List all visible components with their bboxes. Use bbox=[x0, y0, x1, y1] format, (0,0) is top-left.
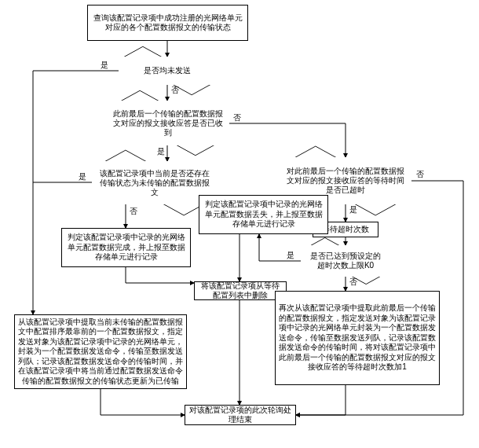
label-yes: 是 bbox=[79, 171, 86, 182]
decision-all-unsent-text: 是否均未发送 bbox=[137, 66, 197, 75]
label-yes: 是 bbox=[101, 60, 108, 71]
node-end: 对该配置记录项的此次轮询处理结束 bbox=[185, 405, 296, 425]
node-wait-count-text: 等待超时次数 bbox=[322, 225, 369, 235]
label-yes: 是 bbox=[157, 146, 165, 157]
node-extract-left: 从该配置记录项中提取当前未传输的配置数据报文中配置排序最靠前的一个配置数据报文，… bbox=[14, 314, 187, 389]
node-remove: 将该配置记录项从等待配置列表中删除 bbox=[194, 281, 287, 300]
node-lost: 判定该配置记录项中记录的光网络单元配置数据丢失，并上报至数据存储单元进行记录 bbox=[199, 195, 328, 234]
node-lost-text: 判定该配置记录项中记录的光网络单元配置数据丢失，并上报至数据存储单元进行记录 bbox=[203, 200, 324, 230]
label-yes: 是 bbox=[349, 204, 357, 215]
label-yes: 是 bbox=[287, 250, 294, 261]
label-no: 否 bbox=[416, 169, 424, 180]
node-start: 查询该配置记录项中成功注册的光网络单元对应的各个配置数据报文的传输状态 bbox=[87, 5, 248, 41]
node-extract-right-text: 再次从该配置记录项中提取此前最后一个传输的配置数据报文，指定发送对象为该配置记录… bbox=[279, 303, 436, 373]
label-no: 否 bbox=[171, 85, 179, 96]
label-no: 否 bbox=[130, 206, 137, 217]
label-no: 否 bbox=[349, 277, 357, 288]
decision-ack-received-text: 此前最后一个传输的配置数据报文对应的报文接收应答是否已收到 bbox=[106, 109, 229, 138]
decision-timeout-text: 对此前最后一个传输的配置数据报文对应的报文接收应答的等待时间是否已超时 bbox=[280, 167, 411, 195]
decision-reach-k0-text: 是否已达到预设定的超时次数上限K0 bbox=[301, 252, 390, 270]
label-no: 否 bbox=[233, 112, 241, 123]
node-start-text: 查询该配置记录项中成功注册的光网络单元对应的各个配置数据报文的传输状态 bbox=[91, 13, 244, 33]
node-extract-right: 再次从该配置记录项中提取此前最后一个传输的配置数据报文，指定发送对象为该配置记录… bbox=[275, 291, 440, 385]
decision-reach-k0: 是否已达到预设定的超时次数上限K0 bbox=[301, 245, 390, 277]
decision-pending-exists-text: 该配置记录项中当前是否还存在传输状态为未传输的配置数据报文 bbox=[92, 169, 218, 197]
node-extract-left-text: 从该配置记录项中提取当前未传输的配置数据报文中配置排序最靠前的一个配置数据报文，… bbox=[18, 318, 183, 387]
node-remove-text: 将该配置记录项从等待配置列表中删除 bbox=[198, 281, 283, 301]
decision-all-unsent: 是否均未发送 bbox=[119, 57, 216, 85]
decision-ack-received: 此前最后一个传输的配置数据报文对应的报文接收应答是否已收到 bbox=[106, 101, 229, 145]
node-complete: 判定该配置记录项中记录的光网络单元配置数据完成，并上报至数据存储单元进行记录 bbox=[61, 228, 191, 267]
node-end-text: 对该配置记录项的此次轮询处理结束 bbox=[188, 406, 292, 425]
node-complete-text: 判定该配置记录项中记录的光网络单元配置数据完成，并上报至数据存储单元进行记录 bbox=[65, 233, 187, 263]
